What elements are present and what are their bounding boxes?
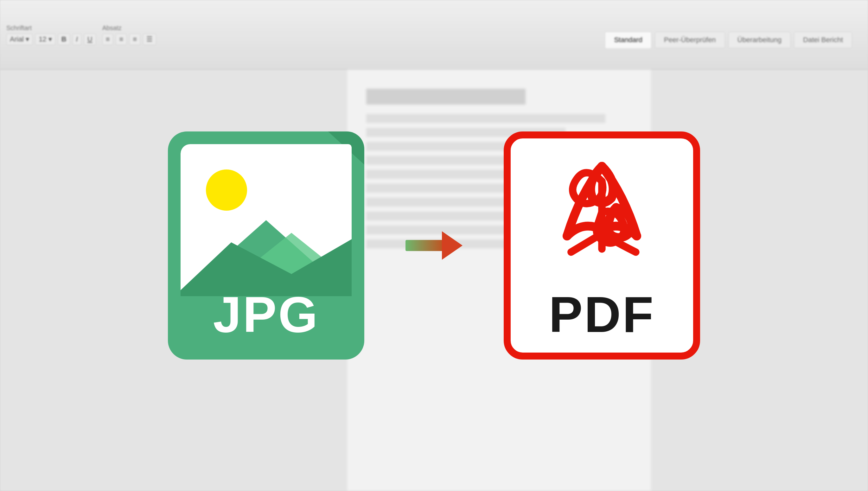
pdf-file-icon: PDF xyxy=(504,132,700,359)
pdf-label: PDF xyxy=(504,285,700,344)
jpg-sun xyxy=(206,170,247,211)
acrobat-logo-v2 xyxy=(548,150,656,261)
jpg-label: JPG xyxy=(168,285,364,344)
arrow-graphic xyxy=(405,233,463,258)
jpg-image-scene xyxy=(180,144,352,296)
main-container: JPG xyxy=(0,0,868,491)
arrow-shaft xyxy=(405,240,447,251)
arrow-head xyxy=(442,231,463,260)
conversion-arrow xyxy=(402,227,466,264)
jpg-file-icon: JPG xyxy=(168,132,364,359)
